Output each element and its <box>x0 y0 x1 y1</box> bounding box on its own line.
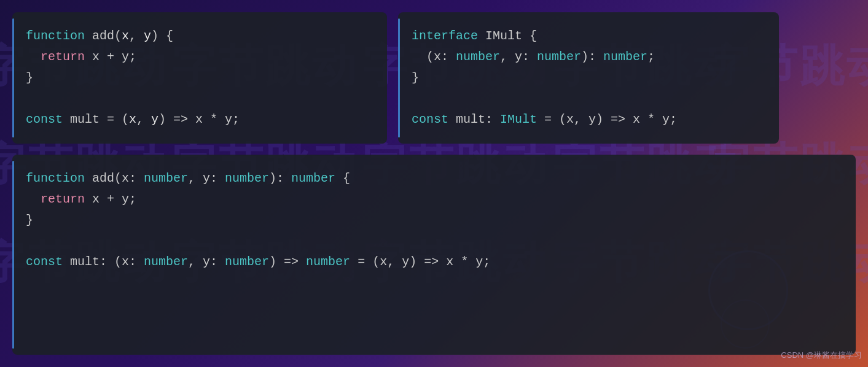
keyword-const-1: const <box>26 112 63 126</box>
top-row: function add(x, y) { return x + y; } con… <box>12 12 856 144</box>
top-left-code-box: function add(x, y) { return x + y; } con… <box>12 12 387 144</box>
top-right-code-box: interface IMult { (x: number, y: number)… <box>398 12 779 144</box>
keyword-function-1: function <box>26 29 85 43</box>
csdn-watermark-label: CSDN @琳酱在搞学习 <box>781 350 862 361</box>
keyword-const-3: const <box>26 255 63 269</box>
keyword-const-2: const <box>412 112 448 126</box>
keyword-function-2: function <box>26 171 85 185</box>
top-left-code: function add(x, y) { return x + y; } con… <box>26 26 370 130</box>
main-layout: function add(x, y) { return x + y; } con… <box>0 0 868 367</box>
top-right-code: interface IMult { (x: number, y: number)… <box>412 26 762 130</box>
bottom-row: function add(x: number, y: number): numb… <box>12 155 856 355</box>
bottom-code-box: function add(x: number, y: number): numb… <box>12 155 856 355</box>
keyword-return-2: return <box>41 192 85 206</box>
keyword-return-1: return <box>41 50 85 64</box>
keyword-interface: interface <box>412 29 478 43</box>
bottom-code: function add(x: number, y: number): numb… <box>26 168 839 272</box>
